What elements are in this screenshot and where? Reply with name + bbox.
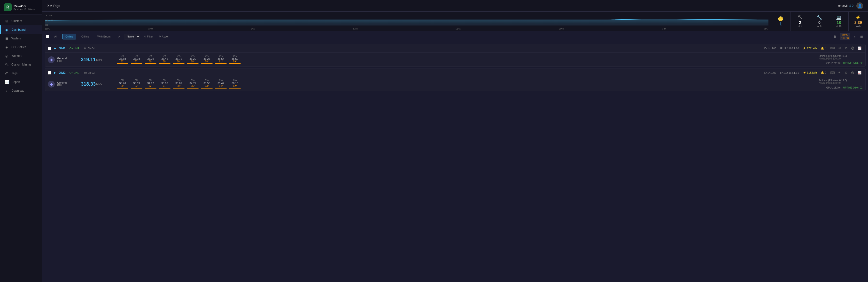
rig-power-btn-xm2[interactable]: ⏻ — [850, 70, 855, 75]
sidebar-item-custom-mining[interactable]: ⛏ Custom Mining — [0, 60, 42, 69]
sidebar-label-download: Download — [11, 89, 24, 93]
miner-algo-xm1: ETH — [57, 60, 67, 62]
grid-view-button[interactable]: ▦ — [859, 34, 865, 39]
columns-icon: ⇄ — [118, 35, 120, 38]
rig-settings-xm1[interactable]: ⚙ — [844, 46, 848, 50]
gpu-item-1-3: 0% 35.03 71° — [158, 79, 171, 89]
temp-value-2: 100 °C — [841, 37, 849, 40]
rig-alerts-xm2: 🔔 0 — [821, 71, 826, 74]
miners-icon: ⛏ — [798, 15, 802, 20]
sidebar-item-wallets[interactable]: ▣ Wallets — [0, 34, 42, 43]
sidebar-item-tags[interactable]: 🏷 Tags — [0, 69, 42, 78]
errors-icon: 🔧 — [817, 15, 822, 20]
gpu-item-1-7: 0% 35.42 64° — [215, 79, 227, 89]
sidebar-label-report: Report — [11, 80, 20, 84]
rig-miners-info-xm1: 2miners (Ethminer 0.19.0) — [819, 55, 862, 57]
rig-checkbox-xm2[interactable] — [48, 71, 51, 74]
hashrate-chart: 19 9.5 0 — [45, 13, 769, 26]
miner-name-xm1: General — [57, 57, 67, 60]
temp-value-1: 89 °C — [842, 33, 848, 37]
all-filter-button[interactable]: All — [51, 34, 60, 39]
power-unit: kWh — [856, 25, 861, 28]
rig-id-xm2: ID 141907 — [764, 71, 776, 74]
miner-name-xm2: General — [57, 81, 67, 84]
rig-view-xm1[interactable]: 👁 — [837, 46, 842, 50]
gpu-item-0-6: 0% 35.26 58° — [200, 55, 213, 65]
columns-button[interactable]: ⇄ — [116, 34, 122, 39]
sidebar-label-oc-profiles: OC Profiles — [11, 45, 26, 49]
topbar-right: oneevil $ 0 👤 — [838, 2, 863, 9]
logo-icon: R — [4, 3, 11, 11]
rig-meta-xm1: ID 141906 IP 192.168.1.60 ⚡ 1211Wh 🔔 0 — [764, 47, 826, 50]
chart-label-5am: 5AM — [251, 28, 255, 30]
rig-expand-xm2[interactable]: ▶ — [54, 71, 56, 74]
rig-view-xm2[interactable]: 👁 — [837, 70, 842, 75]
gpu-item-0-1: 0% 35.78 63° — [130, 55, 143, 65]
svg-text:0: 0 — [45, 24, 49, 26]
rig-name-xm1: XM1 — [59, 46, 66, 50]
stat-workers: 💻 18 of 18 — [829, 11, 848, 31]
rig-settings-xm2[interactable]: ⚙ — [844, 70, 848, 75]
action-button[interactable]: ↻ Action — [157, 34, 171, 39]
topbar: XM Rigs oneevil $ 0 👤 — [42, 0, 868, 11]
select-all-checkbox[interactable] — [46, 35, 49, 38]
coins-value: 1 — [780, 22, 782, 26]
gpu-item-1-5: 0% 34.72 65° — [186, 79, 199, 89]
rig-miner-info-xm1: ◆ General ETH — [48, 55, 77, 65]
filter-icon: ▽ — [144, 35, 146, 38]
chart-label-8pm: 8PM — [764, 28, 769, 30]
sort-select[interactable]: Name — [124, 34, 140, 39]
rig-name-xm2: XM2 — [59, 71, 66, 74]
rig-power-btn-xm1[interactable]: ⏻ — [850, 46, 855, 50]
avatar[interactable]: 👤 — [857, 2, 863, 9]
sidebar-label-tags: Tags — [11, 72, 18, 75]
rig-body-xm1: ◆ General ETH 319.11 Mh/s 0% 35.58 62° 0… — [45, 53, 865, 67]
content-area: All Online Offline With Errors ⇄ Name ▽ … — [42, 31, 868, 282]
rig-console-xm1[interactable]: ⌨ — [829, 46, 836, 50]
logo-tagline: By Miners. For Miners — [13, 8, 35, 10]
svg-text:19: 19 — [45, 14, 52, 16]
miners-label: of 2 — [798, 25, 802, 28]
gpu-item-1-4: 0% 35.62 59° — [173, 79, 185, 89]
sidebar-item-download[interactable]: ↓ Download — [0, 86, 42, 95]
rig-meta-xm2: ID 141907 IP 192.168.1.61 ⚡ 1182Wh 🔔 0 — [764, 71, 826, 74]
user-balance: $ 0 — [849, 4, 854, 7]
rig-miner-info-xm2: ◆ General ETH — [48, 79, 77, 89]
sidebar-logo: R RaveOS By Miners. For Miners — [0, 0, 42, 15]
sidebar-item-dashboard[interactable]: ◉ Dashboard — [0, 25, 42, 34]
with-errors-filter-button[interactable]: With Errors — [94, 34, 114, 39]
workers-icon: ◎ — [5, 54, 9, 58]
rig-chart-xm2[interactable]: 📈 — [857, 70, 862, 75]
delete-button[interactable]: 🗑 — [832, 34, 838, 39]
sidebar-item-report[interactable]: 📊 Report — [0, 78, 42, 86]
gpu-grid-xm1: 0% 35.58 62° 0% 35.78 63° 0% 35.02 60° 0… — [114, 55, 815, 65]
chart-label-2am: 2AM — [149, 28, 153, 30]
list-view-button[interactable]: ≡ — [852, 34, 857, 39]
online-filter-button[interactable]: Online — [62, 34, 76, 39]
rig-header-xm2: ▶ XM2 ONLINE 0d 0h 03 ID 141907 IP 192.1… — [45, 68, 865, 77]
offline-filter-button[interactable]: Offline — [78, 34, 92, 39]
rig-chart-xm1[interactable]: 📈 — [857, 46, 862, 50]
rig-power-xm2: ⚡ 1182Wh — [803, 71, 817, 74]
rig-console-xm2[interactable]: ⌨ — [829, 70, 836, 75]
rig-expand-xm1[interactable]: ▶ — [54, 47, 56, 49]
power-value: 2.39 — [855, 21, 862, 25]
sidebar-label-clusters: Clusters — [11, 19, 22, 23]
rig-card-xm2: ▶ XM2 ONLINE 0d 0h 03 ID 141907 IP 192.1… — [45, 68, 866, 91]
dashboard-icon: ◉ — [5, 28, 9, 32]
rig-header-xm1: ▶ XM1 ONLINE 0d 0h 04 ID 141906 IP 192.1… — [45, 44, 865, 53]
sidebar-item-clusters[interactable]: ⊞ Clusters — [0, 17, 42, 25]
sidebar-item-workers[interactable]: ◎ Workers — [0, 51, 42, 60]
rig-actions-xm2: ⌨ 👁 ⚙ ⏻ 📈 — [829, 70, 862, 75]
custom-mining-icon: ⛏ — [5, 63, 9, 67]
rig-checkbox-xm1[interactable] — [48, 47, 51, 50]
chart-label-11am: 11AM — [456, 28, 461, 30]
gpu-item-1-6: 0% 35.55 63° — [200, 79, 213, 89]
rig-status-xm2: ONLINE — [69, 71, 80, 74]
hashrate-value-xm1: 319.11 — [81, 57, 96, 62]
filter-button[interactable]: ▽ Filter — [142, 34, 155, 39]
rig-alerts-xm1: 🔔 0 — [821, 47, 826, 50]
user-name: oneevil — [838, 4, 847, 7]
rig-power-xm1: ⚡ 1211Wh — [803, 47, 817, 50]
sidebar-item-oc-profiles[interactable]: ◈ OC Profiles — [0, 43, 42, 51]
